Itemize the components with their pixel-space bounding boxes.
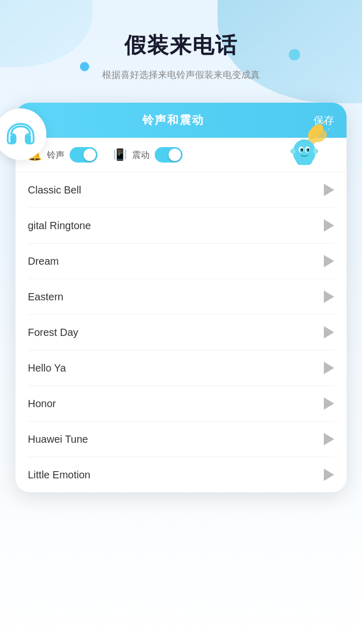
ringtone-item[interactable]: Classic Bell [28,172,334,208]
play-button[interactable] [324,326,334,339]
ringtone-name: Dream [28,255,59,267]
vibration-label: 震动 [132,149,150,161]
play-button[interactable] [324,433,334,445]
play-button[interactable] [324,397,334,410]
play-button[interactable] [324,362,334,374]
headphones-icon [5,121,36,147]
ringtone-item[interactable]: Little Emotion [28,457,334,492]
svg-point-13 [308,149,309,151]
ringtone-item[interactable]: gital Ringtone [28,208,334,244]
vibrate-icon: 📳 [113,148,127,162]
ringtone-name: Classic Bell [28,184,81,196]
svg-rect-1 [26,135,31,143]
bar-title: 铃声和震动 [142,112,204,128]
cartoon-character: ✦ ✦ [279,116,336,173]
ringtone-label: 铃声 [47,149,64,161]
svg-text:✦: ✦ [322,120,326,125]
svg-point-14 [290,149,295,154]
ringtone-name: Little Emotion [28,469,90,481]
main-title: 假装来电话 [0,31,362,60]
play-button[interactable] [324,469,334,481]
play-button[interactable] [324,184,334,196]
ringtone-name: Hello Ya [28,362,66,374]
play-button[interactable] [324,255,334,267]
header-section: 假装来电话 根据喜好选择来电铃声假装来电变成真 [0,0,362,92]
ringtone-item[interactable]: Huawei Tune [28,422,334,457]
ringtone-name: Forest Day [28,327,78,339]
vibration-toggle[interactable] [155,147,183,163]
ringtone-name: Eastern [28,291,63,303]
play-button[interactable] [324,291,334,303]
ringtone-item[interactable]: Honor [28,386,334,422]
svg-text:✦: ✦ [327,127,331,132]
subtitle: 根据喜好选择来电铃声假装来电变成真 [0,68,362,82]
play-button[interactable] [324,219,334,232]
ringtone-item[interactable]: Hello Ya [28,350,334,386]
ringtone-list: Classic Bellgital RingtoneDreamEasternFo… [15,172,347,492]
svg-rect-0 [10,135,15,143]
ringtone-toggle[interactable] [70,147,97,163]
ringtone-item[interactable]: Eastern [28,279,334,315]
ringtone-name: Huawei Tune [28,433,88,445]
ringtone-item[interactable]: Forest Day [28,315,334,350]
vibration-toggle-group: 📳 震动 [113,147,183,163]
svg-point-15 [313,149,318,154]
ringtone-name: gital Ringtone [28,220,91,232]
ringtone-item[interactable]: Dream [28,244,334,279]
svg-point-12 [302,149,303,151]
ringtone-name: Honor [28,398,56,410]
